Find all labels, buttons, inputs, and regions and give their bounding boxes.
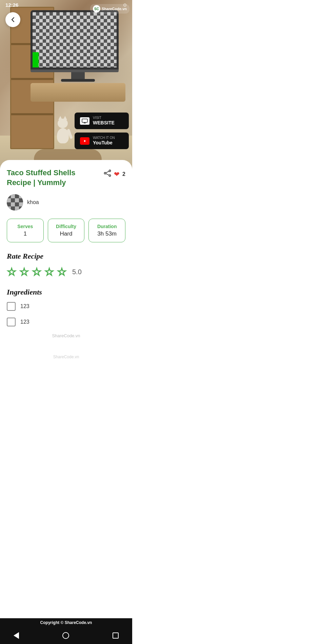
svg-rect-0 [82,119,87,122]
logo-circle-icon: SC [93,5,100,13]
title-row: Taco Stuffed Shells Recipe | Yummly ❤ 2 [7,168,125,187]
ingredients-section: Ingredients 123 123 [7,288,125,326]
logo-text: ShareCode.vn [102,7,127,11]
monitor-icon [82,119,88,123]
svg-rect-22 [7,206,11,210]
svg-point-4 [109,170,111,172]
ingredient-item-2: 123 [7,318,125,326]
svg-marker-3 [84,140,86,142]
difficulty-label: Difficulty [51,224,82,229]
svg-rect-10 [7,194,11,198]
like-heart-icon[interactable]: ❤ [114,170,120,178]
website-icon [80,117,89,125]
stats-row: Serves 1 Difficulty Hard Duration 3h 53m [7,219,125,242]
hero-action-buttons: VISIT WEBSITE WATCH IT ON YouTube [75,113,129,149]
title-actions: ❤ 2 [104,168,125,179]
watch-youtube-button[interactable]: WATCH IT ON YouTube [75,133,129,149]
avatar-checkerboard [7,194,23,210]
tv-base [61,79,95,82]
ingredient-checkbox-2[interactable] [7,318,16,326]
tv-cabinet [31,83,125,102]
checkerboard-pattern [33,12,117,67]
svg-line-7 [106,171,109,173]
ingredients-title: Ingredients [7,288,125,297]
duration-value: 3h 53m [92,230,122,237]
visit-label-main: WEBSITE [93,120,115,126]
serves-label: Serves [10,224,41,229]
visit-website-button[interactable]: VISIT WEBSITE [75,113,129,129]
svg-line-8 [106,174,109,175]
sharecode-logo: SC ShareCode.vn [90,4,129,14]
star-5[interactable]: ☆ [57,265,67,278]
visit-label-top: VISIT [93,116,115,120]
svg-rect-21 [19,202,23,206]
cat-decoration [54,119,71,142]
tv-decoration [31,10,125,102]
star-3[interactable]: ☆ [32,265,42,278]
svg-rect-12 [15,194,19,198]
watermark-main: ShareCode.vn [7,333,125,338]
rating-value: 5.0 [72,268,82,276]
svg-rect-11 [11,194,15,198]
svg-rect-23 [11,206,15,210]
rate-recipe-section: Rate Recipe ☆ ☆ ☆ ☆ ☆ 5.0 [7,252,125,278]
svg-rect-15 [11,198,15,202]
tv-pole [71,72,85,79]
youtube-label-main: YouTube [93,140,115,146]
ingredient-checkbox-1[interactable] [7,302,16,311]
watermark-secondary: ShareCode.vn [7,341,125,359]
recipe-title: Taco Stuffed Shells Recipe | Yummly [7,168,100,187]
svg-rect-14 [7,198,11,202]
author-name: khoa [27,199,39,205]
serves-value: 1 [10,230,41,237]
author-row: khoa [7,194,125,210]
svg-rect-18 [7,202,11,206]
back-button[interactable] [5,12,20,27]
avatar [7,194,23,210]
tv-stand [31,69,119,72]
star-4[interactable]: ☆ [44,265,54,278]
tv-screen [31,10,119,69]
avatar-image [7,194,23,210]
hero-image: SC ShareCode.vn VISIT WEBSITE [0,0,132,169]
svg-point-6 [109,175,111,177]
difficulty-value: Hard [51,230,82,237]
youtube-label-top: WATCH IT ON [93,136,115,140]
star-1[interactable]: ☆ [7,265,17,278]
green-bar [33,52,39,67]
svg-rect-17 [19,198,23,202]
status-time: 12:26 [5,2,18,8]
svg-rect-20 [15,202,19,206]
svg-rect-16 [15,198,19,202]
stat-duration: Duration 3h 53m [88,219,125,242]
stat-serves: Serves 1 [7,219,44,242]
star-2[interactable]: ☆ [19,265,29,278]
ingredient-text-2: 123 [20,319,29,325]
stat-difficulty: Difficulty Hard [48,219,85,242]
svg-rect-19 [11,202,15,206]
like-count: 2 [122,171,125,177]
play-icon [82,139,87,143]
svg-rect-24 [15,206,19,210]
stars-row: ☆ ☆ ☆ ☆ ☆ 5.0 [7,265,125,278]
ingredient-text-1: 123 [20,303,29,309]
svg-rect-13 [19,194,23,198]
share-svg [104,169,111,177]
svg-point-5 [104,173,106,174]
youtube-icon [80,137,89,145]
svg-rect-25 [19,206,23,210]
content-card: Taco Stuffed Shells Recipe | Yummly ❤ 2 [0,160,132,431]
duration-label: Duration [92,224,122,229]
rate-recipe-title: Rate Recipe [7,252,125,261]
ingredient-item-1: 123 [7,302,125,311]
share-icon[interactable] [104,169,111,179]
back-arrow-icon [9,16,16,23]
